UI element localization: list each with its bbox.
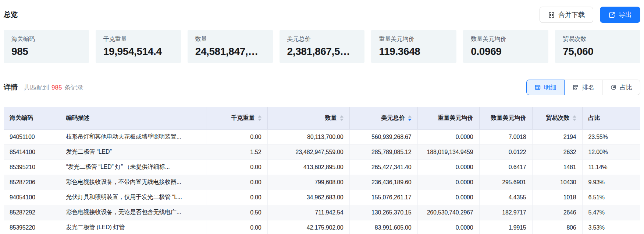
column-header-kg[interactable]: 千克重量 xyxy=(206,107,267,129)
detail-table: 海关编码 编码描述 千克重量 数量 美元总价 重量美元均价 数量美元均价 贸易次… xyxy=(4,107,640,234)
tab-ranking[interactable]: 排名 xyxy=(565,80,602,95)
cell-usd: 285,789,085.12 xyxy=(349,144,417,160)
cell-qty: 799,608.00 xyxy=(267,175,349,190)
cell-desc: 彩色电视接收设备，无论是否包含无线电广... xyxy=(60,205,206,220)
view-tabs: 明细 排名 占比 xyxy=(526,80,640,95)
export-button[interactable]: 导出 xyxy=(600,7,640,23)
sort-caret[interactable] xyxy=(258,115,261,121)
tab-detail[interactable]: 明细 xyxy=(526,80,565,95)
sort-caret[interactable] xyxy=(573,115,576,121)
table-row: 85287292彩色电视接收设备，无论是否包含无线电广...0.50711,94… xyxy=(4,205,640,220)
table-icon xyxy=(534,84,541,91)
page-title: 总览 xyxy=(4,10,18,20)
match-suffix: 条记录 xyxy=(64,84,83,91)
cell-trades: 806 xyxy=(532,220,582,234)
merge-download-button[interactable]: 合并下载 xyxy=(540,7,593,23)
cell-qty: 42,175,902.00 xyxy=(267,220,349,234)
sort-caret[interactable] xyxy=(408,115,412,121)
cell-trades: 1481 xyxy=(532,160,582,175)
tab-label: 排名 xyxy=(582,83,594,92)
cell-usd: 155,076,261.17 xyxy=(349,190,417,205)
cell-kg-avg: 260,530,740.2967 xyxy=(417,205,479,220)
cell-kg: 0.00 xyxy=(206,175,267,190)
cell-code: 85287206 xyxy=(4,175,60,190)
column-header-qty[interactable]: 数量 xyxy=(267,107,349,129)
cell-qty-avg: 7.0018 xyxy=(479,129,532,144)
column-header-label: 数量美元均价 xyxy=(491,114,526,122)
cell-code: 94051100 xyxy=(4,129,60,144)
column-header-usd[interactable]: 美元总价 xyxy=(349,107,417,129)
topbar-buttons: 合并下载 导出 xyxy=(540,7,640,23)
tab-label: 占比 xyxy=(620,83,632,92)
cell-kg: 0.50 xyxy=(206,205,267,220)
cell-code: 94054100 xyxy=(4,190,60,205)
cell-qty-avg: 0.0122 xyxy=(479,144,532,160)
cell-share: 9.93% xyxy=(582,175,640,190)
column-header-label: 占比 xyxy=(588,114,600,122)
cell-trades: 10430 xyxy=(532,175,582,190)
cell-kg: 0.00 xyxy=(206,220,267,234)
cell-kg-avg: 0.0000 xyxy=(417,160,479,175)
merge-download-label: 合并下载 xyxy=(558,10,585,19)
table-row: 85395220发光二极管 (LED) 灯管0.0042,175,902.008… xyxy=(4,220,640,234)
column-header-label: 海关编码 xyxy=(10,114,33,122)
cell-share: 11.14% xyxy=(582,160,640,175)
cell-share: 12.00% xyxy=(582,144,640,160)
table-header-row: 海关编码 编码描述 千克重量 数量 美元总价 重量美元均价 数量美元均价 贸易次… xyxy=(4,107,640,129)
column-header-trades[interactable]: 贸易次数 xyxy=(532,107,582,129)
tab-share[interactable]: 占比 xyxy=(602,80,640,95)
column-header-qty-avg: 数量美元均价 xyxy=(479,107,532,129)
sort-caret[interactable] xyxy=(340,115,344,121)
cell-share: 5.47% xyxy=(582,205,640,220)
cell-qty-avg: 182.9717 xyxy=(479,205,532,220)
match-text: 共匹配到985条记录 xyxy=(24,83,83,92)
export-icon xyxy=(608,11,615,18)
stat-value: 19,954,514.4 xyxy=(103,46,173,57)
cell-kg-avg: 188,019,134.9459 xyxy=(417,144,479,160)
cell-share: 23.55% xyxy=(582,129,640,144)
stat-label: 美元总价 xyxy=(287,35,357,43)
cell-trades: 2194 xyxy=(532,129,582,144)
stat-card-6: 贸易次数 75,060 xyxy=(555,30,640,63)
stat-card-5: 数量美元均价 0.0969 xyxy=(463,30,548,63)
cell-usd: 130,265,370.15 xyxy=(349,205,417,220)
cell-qty: 413,602,895.00 xyxy=(267,160,349,175)
cell-qty-avg: 4.4355 xyxy=(479,190,532,205)
stat-card-1: 千克重量 19,954,514.4 xyxy=(96,30,181,63)
stat-label: 数量美元均价 xyxy=(471,35,541,43)
column-header-label: 重量美元均价 xyxy=(438,114,473,122)
column-header-label: 编码描述 xyxy=(66,114,90,122)
column-header-code: 海关编码 xyxy=(4,107,60,129)
cell-code: 85395210 xyxy=(4,160,60,175)
cell-trades: 2646 xyxy=(532,205,582,220)
cell-usd: 83,991,605.00 xyxy=(349,220,417,234)
cell-usd: 236,436,189.60 xyxy=(349,175,417,190)
details-bar: 详情 共匹配到985条记录 明细 排名 占比 xyxy=(0,80,644,95)
stat-value: 985 xyxy=(11,46,81,57)
cell-kg: 0.00 xyxy=(206,160,267,175)
cell-share: 3.53% xyxy=(582,220,640,234)
stat-card-0: 海关编码 985 xyxy=(4,30,89,63)
stats-row: 海关编码 985 千克重量 19,954,514.4 数量 24,581,847… xyxy=(0,30,644,63)
cell-desc: “发光二极管 “LED” 灯” （未提供详细标... xyxy=(60,160,206,175)
cell-code: 85287292 xyxy=(4,205,60,220)
table-row: 85287206彩色电视接收设备，不带内置无线电接收器...0.00799,60… xyxy=(4,175,640,190)
column-header-label: 千克重量 xyxy=(231,114,255,122)
cell-desc: 彩色电视接收设备，不带内置无线电接收器... xyxy=(60,175,206,190)
cell-qty-avg: 0.6417 xyxy=(479,160,532,175)
match-prefix: 共匹配到 xyxy=(24,84,49,91)
cell-kg-avg: 0.0000 xyxy=(417,129,479,144)
cell-code: 85414100 xyxy=(4,144,60,160)
cell-kg-avg: 0.0000 xyxy=(417,190,479,205)
pie-icon xyxy=(610,84,617,91)
table-row: 85395210“发光二极管 “LED” 灯” （未提供详细标...0.0041… xyxy=(4,160,640,175)
column-header-share: 占比 xyxy=(582,107,640,129)
cell-kg: 1.52 xyxy=(206,144,267,160)
cell-kg-avg: 0.0000 xyxy=(417,175,479,190)
cell-usd: 265,427,341.40 xyxy=(349,160,417,175)
cell-kg: 0.00 xyxy=(206,190,267,205)
column-header-label: 美元总价 xyxy=(381,114,405,122)
cell-share: 6.51% xyxy=(582,190,640,205)
cell-qty: 711,942.54 xyxy=(267,205,349,220)
table-row: 85414100发光二极管 “LED”1.5223,482,947,559.00… xyxy=(4,144,640,160)
